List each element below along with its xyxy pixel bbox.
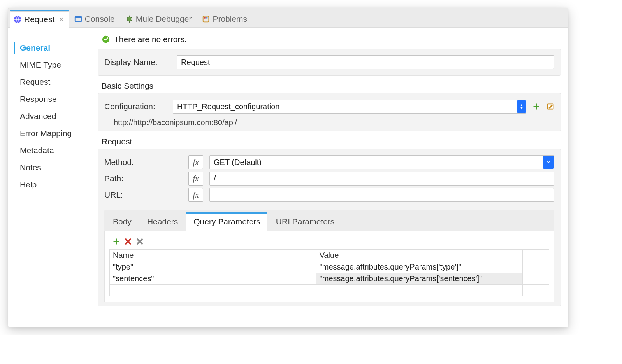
sidebar-item-errormapping[interactable]: Error Mapping [14,125,95,142]
chevron-down-icon [543,156,554,169]
tab-problems-label: Problems [213,14,247,24]
configuration-label: Configuration: [104,102,167,111]
close-icon[interactable]: × [59,16,63,24]
sidebar-item-request[interactable]: Request [14,74,95,91]
subtab-uri[interactable]: URI Parameters [269,212,342,231]
url-label: URL: [104,190,182,200]
sidebar-item-mimetype[interactable]: MIME Type [14,56,95,74]
request-subtabs: Body Headers Query Parameters URI Parame… [104,210,554,231]
url-input[interactable] [209,188,554,202]
basic-settings-title: Basic Settings [102,81,561,91]
tab-debugger[interactable]: Mule Debugger [122,11,197,27]
path-input[interactable] [209,172,554,186]
tab-console[interactable]: Console [71,11,120,27]
add-config-button[interactable] [532,103,540,110]
remove-all-params-button[interactable] [136,238,144,245]
tab-problems[interactable]: Problems [199,11,253,27]
edit-config-button[interactable] [546,103,554,110]
configuration-value: HTTP_Request_configuration [177,102,279,111]
tab-request-label: Request [24,15,54,24]
debug-icon [125,15,134,23]
url-fx-button[interactable]: fx [188,188,203,202]
subtab-headers[interactable]: Headers [140,212,185,231]
sidebar-item-notes[interactable]: Notes [14,159,95,176]
subtab-body[interactable]: Body [106,212,139,231]
status-text: There are no errors. [114,35,187,44]
svg-rect-4 [203,16,209,22]
param-name-cell[interactable]: "type" [110,261,316,273]
table-row[interactable] [110,285,549,296]
sidebar-item-advanced[interactable]: Advanced [14,108,95,125]
check-icon [102,35,110,44]
method-label: Method: [104,158,182,167]
console-icon [74,15,83,23]
path-label: Path: [104,174,182,183]
sidebar-item-metadata[interactable]: Metadata [14,142,95,159]
configuration-select[interactable]: HTTP_Request_configuration ▲▼ [173,100,526,114]
config-url-text: http://http://baconipsum.com:80/api/ [104,116,554,127]
add-param-button[interactable] [112,238,120,245]
param-name-cell[interactable]: "sentences" [110,273,316,285]
remove-param-button[interactable] [124,238,132,245]
display-name-label: Display Name: [104,58,170,67]
sidebar: General MIME Type Request Response Advan… [8,28,98,327]
svg-point-5 [204,17,206,19]
params-value-header: Value [316,250,523,261]
sidebar-item-general[interactable]: General [14,39,95,56]
svg-rect-2 [75,17,81,18]
method-value: GET (Default) [214,158,262,167]
svg-rect-12 [114,241,119,242]
display-name-input[interactable] [177,55,554,69]
top-tabbar: Request × Console Mule Debugger Problems [8,8,568,28]
tab-request[interactable]: Request × [10,11,69,28]
subtab-query[interactable]: Query Parameters [186,212,267,231]
tab-console-label: Console [85,14,115,24]
method-select[interactable]: GET (Default) [209,155,554,169]
svg-point-3 [127,17,131,21]
svg-rect-9 [534,106,539,107]
status-row: There are no errors. [98,33,561,46]
sidebar-item-help[interactable]: Help [14,176,95,193]
params-name-header: Name [110,250,316,261]
method-fx-button[interactable]: fx [188,155,203,169]
query-params-table: Name Value "type" "message.attributes.qu… [109,249,549,296]
table-row[interactable]: "sentences" "message.attributes.queryPar… [110,273,549,285]
tab-debugger-label: Mule Debugger [136,14,192,24]
problems-icon [202,15,210,23]
globe-icon [13,15,22,24]
path-fx-button[interactable]: fx [188,172,203,186]
params-blank-header [523,250,549,261]
svg-point-6 [206,17,208,19]
dropdown-arrows-icon: ▲▼ [517,100,526,113]
request-section-title: Request [102,137,561,146]
param-value-cell[interactable]: "message.attributes.queryParams['sentenc… [316,273,523,285]
sidebar-item-response[interactable]: Response [14,91,95,108]
table-row[interactable]: "type" "message.attributes.queryParams['… [110,261,549,273]
param-value-cell[interactable]: "message.attributes.queryParams['type']" [316,261,523,273]
